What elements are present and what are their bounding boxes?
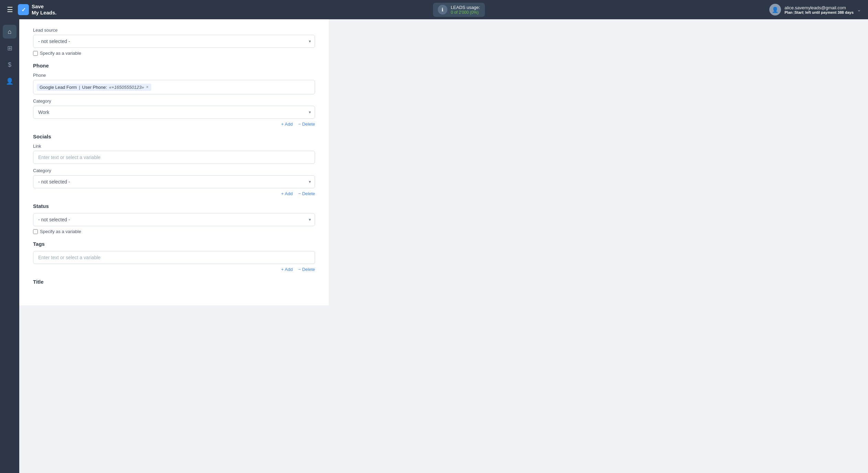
socials-category-label: Category bbox=[33, 168, 315, 173]
content-area: Lead source - not selected - ▾ Specify a… bbox=[19, 19, 868, 473]
phone-chip-source: Google Lead Form bbox=[40, 85, 77, 90]
form-container: Lead source - not selected - ▾ Specify a… bbox=[19, 19, 329, 305]
phone-category-label: Category bbox=[33, 98, 315, 104]
main-layout: ⌂ ⊞ $ 👤 Lead source - not selected - ▾ bbox=[0, 19, 868, 473]
tags-add-button[interactable]: + Add bbox=[281, 267, 293, 272]
phone-chip-close-icon[interactable]: × bbox=[146, 85, 149, 90]
navbar-center: ℹ LEADS usage: 0 of 2'000 (0%) bbox=[433, 3, 485, 17]
logo-text: Save My Leads. bbox=[32, 3, 57, 16]
phone-chip-value: «+16505550123» bbox=[109, 85, 144, 90]
status-select-wrapper: - not selected - ▾ bbox=[33, 213, 315, 226]
logo: ✓ Save My Leads. bbox=[18, 3, 57, 16]
phone-add-delete-row: + Add − Delete bbox=[33, 122, 315, 127]
navbar-user: 👤 alice.savemyleads@gmail.com Plan |Star… bbox=[769, 4, 861, 15]
phone-delete-button[interactable]: − Delete bbox=[298, 122, 315, 127]
socials-link-label: Link bbox=[33, 144, 315, 149]
status-specify-checkbox[interactable] bbox=[33, 229, 38, 234]
billing-icon: $ bbox=[8, 61, 11, 69]
user-dropdown-arrow[interactable]: ⌄ bbox=[857, 7, 861, 12]
sidebar-item-profile[interactable]: 👤 bbox=[3, 74, 17, 88]
status-specify-label: Specify as a variable bbox=[40, 229, 81, 234]
tags-add-delete-row: + Add − Delete bbox=[33, 267, 315, 272]
phone-field-label: Phone bbox=[33, 73, 315, 78]
sidebar-item-billing[interactable]: $ bbox=[3, 58, 17, 72]
lead-source-select[interactable]: - not selected - bbox=[33, 35, 315, 48]
socials-delete-button[interactable]: − Delete bbox=[298, 191, 315, 196]
phone-section-title: Phone bbox=[33, 63, 315, 69]
sidebar-item-connections[interactable]: ⊞ bbox=[3, 41, 17, 55]
status-select[interactable]: - not selected - bbox=[33, 213, 315, 226]
socials-section-title: Socials bbox=[33, 134, 315, 139]
leads-usage-widget: ℹ LEADS usage: 0 of 2'000 (0%) bbox=[433, 3, 485, 17]
lead-source-label: Lead source bbox=[33, 28, 315, 33]
logo-icon: ✓ bbox=[18, 4, 29, 15]
user-email: alice.savemyleads@gmail.com bbox=[784, 5, 854, 10]
status-section-title: Status bbox=[33, 203, 315, 209]
lead-source-specify-label: Specify as a variable bbox=[40, 51, 81, 56]
socials-category-select[interactable]: - not selected - bbox=[33, 175, 315, 188]
socials-category-select-wrapper: - not selected - ▾ bbox=[33, 175, 315, 188]
socials-section: Socials Link Category - not selected - ▾… bbox=[33, 134, 315, 196]
title-section-title: Title bbox=[33, 279, 315, 285]
lead-source-select-wrapper: - not selected - ▾ bbox=[33, 35, 315, 48]
status-specify-row: Specify as a variable bbox=[33, 229, 315, 234]
navbar: ☰ ✓ Save My Leads. ℹ LEADS usage: 0 of 2… bbox=[0, 0, 868, 19]
lead-source-specify-checkbox[interactable] bbox=[33, 51, 38, 56]
phone-category-select[interactable]: Work bbox=[33, 106, 315, 119]
sidebar-item-home[interactable]: ⌂ bbox=[3, 25, 17, 39]
leads-usage-count: 0 of 2'000 (0%) bbox=[451, 10, 480, 15]
avatar: 👤 bbox=[769, 4, 781, 15]
socials-link-input[interactable] bbox=[33, 151, 315, 164]
tags-section-title: Tags bbox=[33, 241, 315, 247]
leads-usage-text: LEADS usage: 0 of 2'000 (0%) bbox=[451, 5, 480, 15]
socials-add-button[interactable]: + Add bbox=[281, 191, 293, 196]
lead-source-specify-row: Specify as a variable bbox=[33, 51, 315, 56]
connections-icon: ⊞ bbox=[7, 44, 12, 52]
leads-usage-label: LEADS usage: bbox=[451, 5, 480, 10]
home-icon: ⌂ bbox=[8, 28, 12, 35]
phone-add-button[interactable]: + Add bbox=[281, 122, 293, 127]
tags-section: Tags + Add − Delete bbox=[33, 241, 315, 272]
tags-delete-button[interactable]: − Delete bbox=[298, 267, 315, 272]
status-section: Status - not selected - ▾ Specify as a v… bbox=[33, 203, 315, 234]
user-info: alice.savemyleads@gmail.com Plan |Start|… bbox=[784, 5, 854, 14]
phone-chip-field: User Phone: bbox=[82, 85, 107, 90]
user-plan: Plan |Start| left until payment 388 days bbox=[784, 10, 854, 14]
hamburger-menu-icon[interactable]: ☰ bbox=[7, 6, 13, 14]
profile-icon: 👤 bbox=[6, 77, 13, 85]
phone-input-container[interactable]: Google Lead Form | User Phone: «+1650555… bbox=[33, 80, 315, 94]
phone-chip-separator: | bbox=[79, 85, 80, 90]
sidebar: ⌂ ⊞ $ 👤 bbox=[0, 19, 19, 473]
phone-section: Phone Phone Google Lead Form | User Phon… bbox=[33, 63, 315, 127]
lead-source-section: Lead source - not selected - ▾ Specify a… bbox=[33, 28, 315, 56]
tags-input[interactable] bbox=[33, 251, 315, 264]
phone-category-select-wrapper: Work ▾ bbox=[33, 106, 315, 119]
title-section: Title bbox=[33, 279, 315, 285]
phone-tag-chip: Google Lead Form | User Phone: «+1650555… bbox=[37, 84, 151, 91]
info-icon: ℹ bbox=[438, 5, 447, 14]
socials-add-delete-row: + Add − Delete bbox=[33, 191, 315, 196]
